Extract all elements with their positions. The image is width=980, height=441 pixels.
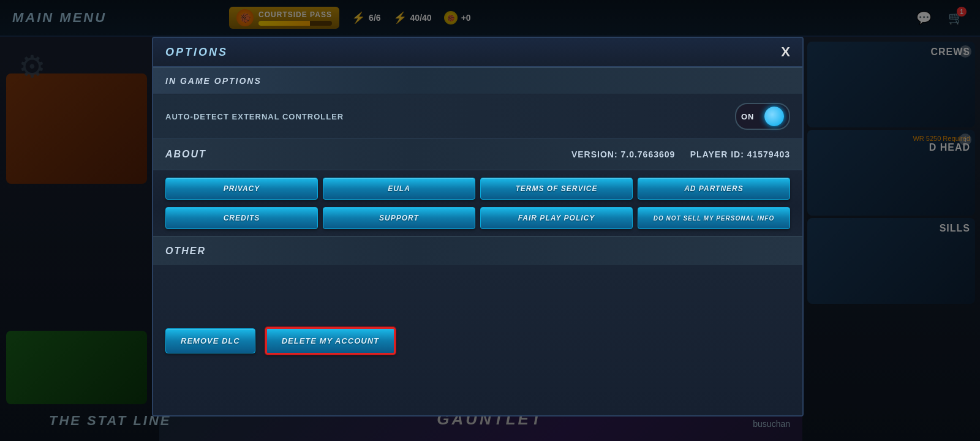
support-button[interactable]: SUPPORT: [323, 207, 475, 229]
other-section-header: OTHER: [153, 236, 802, 266]
options-dialog: OPTIONS X IN GAME OPTIONS AUTO-DETECT EX…: [152, 37, 804, 417]
options-buttons-row1: PRIVACY EULA TERMS OF SERVICE AD PARTNER…: [153, 170, 802, 207]
fair-play-button[interactable]: Fair Play Policy: [480, 207, 633, 229]
about-label: ABOUT: [165, 149, 239, 160]
auto-detect-row: AUTO-DETECT EXTERNAL CONTROLLER ON: [153, 94, 802, 139]
close-button[interactable]: X: [781, 45, 790, 59]
other-label: OTHER: [165, 246, 206, 257]
toggle-on-text: ON: [741, 112, 755, 121]
eula-button[interactable]: EULA: [323, 178, 475, 200]
options-buttons-row2: CREDITS SUPPORT Fair Play Policy Do Not …: [153, 207, 802, 236]
terms-button[interactable]: TERMS OF SERVICE: [480, 178, 633, 200]
credits-button[interactable]: CREDITS: [165, 207, 318, 229]
auto-detect-label: AUTO-DETECT EXTERNAL CONTROLLER: [165, 112, 344, 121]
about-row: ABOUT VERSION: 7.0.7663609 PLAYER ID: 41…: [153, 139, 802, 170]
action-buttons-row: REMOVE DLC DELETE MY ACCOUNT: [153, 266, 802, 415]
ad-partners-button[interactable]: AD PARTNERS: [638, 178, 790, 200]
remove-dlc-button[interactable]: REMOVE DLC: [165, 328, 255, 353]
dialog-header: OPTIONS X: [153, 38, 802, 67]
in-game-section-header: IN GAME OPTIONS: [153, 67, 802, 94]
auto-detect-toggle[interactable]: ON: [735, 103, 790, 130]
dialog-title: OPTIONS: [165, 46, 228, 59]
privacy-button[interactable]: PRIVACY: [165, 178, 318, 200]
in-game-section-title: IN GAME OPTIONS: [165, 76, 262, 86]
delete-account-button[interactable]: DELETE MY ACCOUNT: [265, 327, 396, 355]
about-version: VERSION: 7.0.7663609 PLAYER ID: 41579403: [571, 149, 790, 159]
do-not-sell-button[interactable]: Do Not Sell My Personal Info: [638, 207, 790, 229]
toggle-circle: [764, 107, 784, 126]
